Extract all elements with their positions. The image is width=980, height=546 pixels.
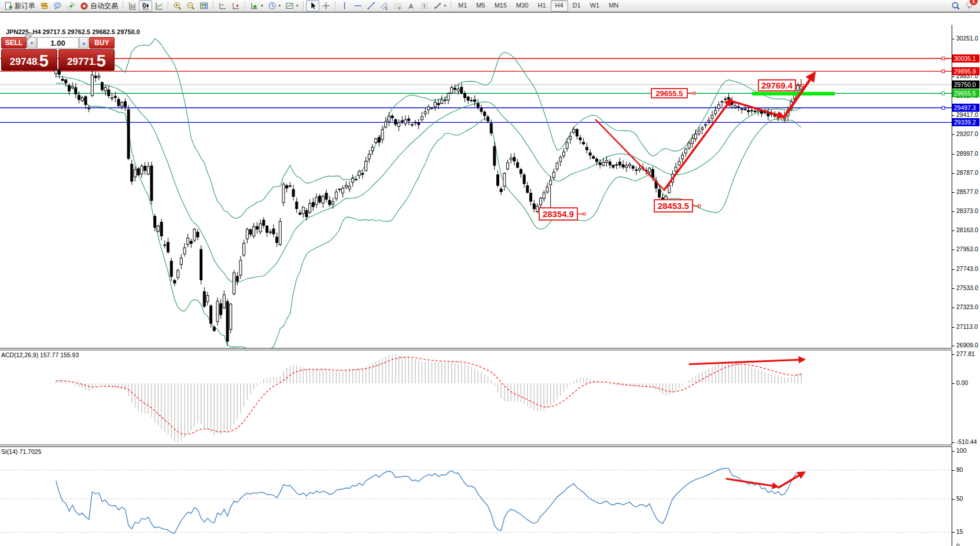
line-handle[interactable] — [942, 92, 945, 95]
periods-icon — [268, 2, 277, 10]
svg-text:29769.4: 29769.4 — [761, 80, 793, 90]
signals-button[interactable] — [64, 0, 78, 12]
crosshair-button[interactable] — [319, 0, 333, 12]
svg-text:A: A — [408, 3, 413, 10]
price-axis[interactable]: 30251.029837.029627.029417.029207.028997… — [952, 25, 980, 546]
timeframe-mn-button[interactable]: MN — [604, 0, 623, 12]
price-level-badge: 29895.9 — [952, 67, 979, 75]
search-icon[interactable] — [951, 2, 960, 10]
auto-scroll-icon — [231, 2, 240, 10]
timeframe-m15-button[interactable]: M15 — [490, 0, 511, 12]
auto-trading-button[interactable]: 自动交易 — [78, 0, 120, 12]
rsi-level-lines — [0, 470, 952, 532]
arrows-tool-button[interactable]: A — [404, 0, 418, 12]
axis-tick — [952, 230, 955, 231]
text-label-button[interactable]: T — [418, 0, 431, 12]
rsi-pane[interactable] — [0, 447, 952, 546]
price-annotation-boxes[interactable]: 29655.529769.428453.528354.9 — [539, 80, 804, 220]
axis-tick — [952, 115, 955, 116]
timeframe-m5-button[interactable]: M5 — [471, 0, 489, 12]
timeframe-h1-button[interactable]: H1 — [533, 0, 550, 12]
notifications-button[interactable]: 1 — [966, 1, 974, 11]
volume-input[interactable] — [37, 37, 79, 49]
community-chat-button[interactable] — [51, 0, 64, 12]
axis-tick — [952, 532, 955, 533]
toolbar-separator — [335, 1, 336, 10]
macd-pane[interactable] — [0, 350, 952, 445]
sell-price-pip: 5 — [39, 53, 49, 69]
line-handle[interactable] — [942, 70, 945, 73]
price-tick-label: 27323.0 — [956, 303, 978, 310]
candlestick-chart-button[interactable] — [139, 0, 152, 12]
timeframe-w1-button[interactable]: W1 — [585, 0, 605, 12]
chart-window: 29655.529769.428453.528354.9 JPN225-,H4 … — [0, 12, 980, 546]
buy-price-pip: 5 — [97, 53, 106, 69]
toolbar-separator — [245, 1, 245, 10]
price-tick-label: 29207.0 — [956, 130, 978, 137]
timeframe-h4-button[interactable]: H4 — [551, 0, 568, 12]
shapes-icon — [433, 2, 442, 10]
equidistant-channel-button[interactable]: E — [378, 0, 391, 12]
price-tick-label: 27743.0 — [956, 265, 978, 272]
price-tick-label: 28163.0 — [956, 226, 978, 233]
gold-button[interactable] — [38, 0, 51, 12]
line-handle[interactable] — [942, 107, 945, 109]
horizontal-line-button[interactable] — [351, 0, 364, 12]
axis-tick — [952, 250, 955, 250]
fibonacci-button[interactable]: F — [391, 0, 404, 12]
axis-tick — [952, 154, 955, 155]
axis-tick — [952, 269, 955, 270]
axis-tick — [952, 354, 955, 355]
timeframe-d1-button[interactable]: D1 — [568, 0, 585, 12]
buy-price[interactable]: 29771.5 — [58, 49, 115, 71]
price-tick-label: 28373.0 — [956, 207, 978, 214]
sell-price[interactable]: 29748.5 — [1, 49, 57, 71]
timeframe-m1-button[interactable]: M1 — [454, 0, 471, 12]
main-chart-pane[interactable]: 29655.529769.428453.528354.9 — [0, 25, 952, 348]
macd-histogram[interactable] — [56, 354, 801, 442]
indicators-button[interactable]: ▾ — [248, 0, 266, 12]
bollinger-bands[interactable] — [56, 39, 801, 348]
rsi-line[interactable] — [56, 468, 801, 533]
axis-tick — [952, 470, 955, 471]
pane-separator[interactable] — [0, 348, 952, 350]
bar-chart-button[interactable] — [126, 0, 139, 12]
axis-tick — [952, 442, 955, 443]
new-order-button[interactable]: 新订单 — [2, 0, 38, 12]
price-tick-label: 26909.0 — [956, 342, 978, 349]
timeframe-m30-button[interactable]: M30 — [511, 0, 533, 12]
periods-button[interactable]: ▾ — [266, 0, 283, 12]
cursor-button[interactable] — [306, 0, 319, 12]
trendline-button[interactable] — [364, 0, 378, 12]
chart-shift-button[interactable] — [216, 0, 229, 12]
axis-tick — [952, 346, 955, 346]
axis-tick — [952, 211, 955, 212]
line-handle[interactable] — [942, 57, 945, 60]
vertical-line-button[interactable] — [338, 0, 351, 12]
mt4-window: 新订单自动交易▾▾▾EFAT▾M1M5M15M30H1H4D1W1MN1 296… — [0, 0, 980, 546]
pane-separator[interactable] — [0, 445, 952, 447]
sell-button[interactable]: SELL — [1, 37, 27, 49]
macd-indicator-label: ACD(12,26,9) 157.77 155.93 — [1, 351, 79, 358]
zoom-in-button[interactable] — [171, 0, 184, 12]
toolbar-separator — [123, 1, 123, 10]
red-annotation-arrows[interactable] — [690, 360, 803, 364]
zoom-out-button[interactable] — [184, 0, 197, 12]
chart-shift-icon — [218, 2, 227, 10]
axis-tick — [952, 76, 955, 77]
red-annotation-arrows[interactable] — [727, 473, 803, 488]
toolbar-separator — [451, 1, 451, 10]
auto-trading-icon — [80, 2, 89, 10]
templates-button[interactable]: ▾ — [283, 0, 301, 12]
volume-up-button[interactable]: ▲ — [79, 37, 89, 49]
notification-badge: 1 — [969, 0, 978, 6]
chevron-down-icon: ▾ — [296, 3, 299, 8]
tile-windows-button[interactable] — [197, 0, 211, 12]
line-chart-button[interactable] — [152, 0, 165, 12]
buy-button[interactable]: BUY — [89, 37, 115, 49]
tile-windows-icon — [200, 2, 208, 10]
auto-scroll-button[interactable] — [229, 0, 242, 12]
cursor-icon — [308, 2, 317, 10]
horizontal-level-lines[interactable] — [0, 58, 952, 122]
shapes-button[interactable]: ▾ — [431, 0, 449, 12]
